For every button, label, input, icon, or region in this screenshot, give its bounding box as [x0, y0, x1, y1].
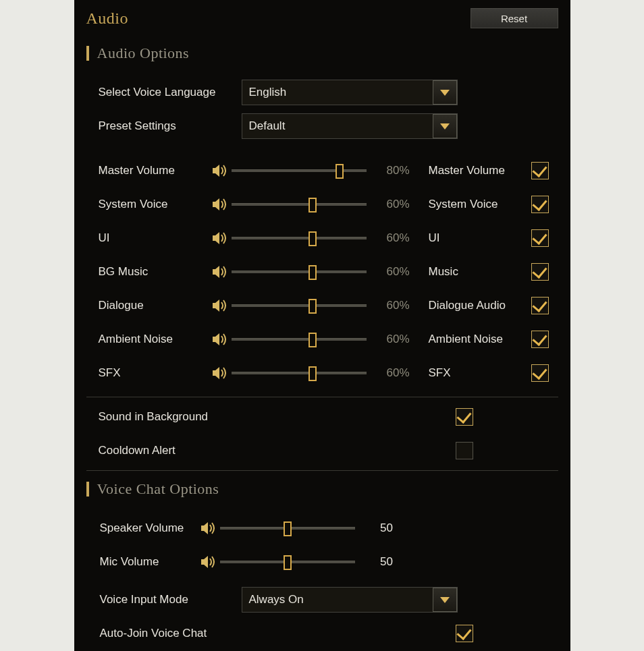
section-title-audio-options: Audio Options: [97, 45, 190, 62]
panel-title: Audio: [86, 9, 129, 28]
dropdown-preset-settings[interactable]: Default: [242, 113, 458, 139]
slider-volume[interactable]: [232, 198, 367, 211]
divider: [86, 397, 558, 397]
row-volume-2: UI60%UI: [86, 221, 558, 255]
row-volume-1: System Voice60%System Voice: [86, 188, 558, 221]
label-volume-enable: Dialogue Audio: [422, 299, 530, 312]
slider-volume[interactable]: [232, 299, 367, 312]
checkbox-volume-enable[interactable]: [531, 263, 549, 281]
checkbox-volume-enable[interactable]: [531, 297, 549, 314]
label-volume: Master Volume: [86, 164, 211, 177]
dropdown-voice-language[interactable]: English: [242, 80, 458, 105]
slider-thumb[interactable]: [308, 231, 317, 246]
slider-volume[interactable]: [232, 366, 367, 380]
speaker-icon: [200, 555, 220, 569]
slider-volume[interactable]: [232, 164, 367, 177]
checkbox-volume-enable[interactable]: [531, 229, 549, 247]
row-speaker-volume: Speaker Volume 50: [86, 511, 558, 545]
label-volume-enable: SFX: [422, 366, 530, 380]
slider-thumb[interactable]: [308, 299, 317, 314]
divider: [86, 470, 558, 471]
slider-thumb[interactable]: [284, 555, 292, 570]
dropdown-voice-input-mode[interactable]: Always On: [242, 587, 458, 613]
label-cooldown: Cooldown Alert: [86, 444, 390, 457]
row-volume-3: BG Music60%Music: [86, 255, 558, 289]
slider-thumb[interactable]: [284, 521, 292, 536]
label-volume: SFX: [86, 366, 211, 380]
label-volume-enable: UI: [422, 231, 530, 245]
dropdown-arrow-box: [433, 80, 457, 105]
slider-volume[interactable]: [232, 333, 367, 346]
label-volume: Ambient Noise: [86, 333, 211, 346]
checkbox-cooldown[interactable]: [456, 442, 473, 459]
slider-thumb[interactable]: [308, 265, 317, 280]
row-voice-language: Select Voice Language English: [86, 76, 558, 109]
speaker-icon: [211, 164, 232, 177]
reset-button[interactable]: Reset: [471, 8, 558, 28]
row-volume-6: SFX60%SFX: [86, 356, 558, 390]
speaker-icon: [211, 299, 232, 312]
value-volume-pct: 60%: [375, 265, 422, 279]
label-speaker-volume: Speaker Volume: [86, 521, 200, 535]
dropdown-arrow-box: [433, 588, 457, 612]
value-mic-volume: 50: [363, 555, 410, 569]
slider-thumb[interactable]: [308, 333, 317, 347]
slider-volume[interactable]: [232, 265, 367, 279]
slider-speaker-volume[interactable]: [220, 521, 355, 535]
slider-volume[interactable]: [232, 231, 367, 245]
label-volume: UI: [86, 231, 211, 245]
label-auto-join: Auto-Join Voice Chat: [86, 627, 390, 640]
speaker-icon: [211, 366, 232, 380]
label-volume-enable: Master Volume: [422, 164, 530, 177]
checkbox-volume-enable[interactable]: [531, 331, 549, 348]
value-volume-pct: 60%: [375, 366, 422, 380]
slider-thumb[interactable]: [308, 366, 317, 381]
row-volume-5: Ambient Noise60%Ambient Noise: [86, 322, 558, 356]
chevron-down-icon: [440, 90, 450, 96]
value-volume-pct: 60%: [375, 198, 422, 211]
row-volume-0: Master Volume80%Master Volume: [86, 154, 558, 188]
row-volume-4: Dialogue60%Dialogue Audio: [86, 289, 558, 322]
section-voice-chat-header: Voice Chat Options: [86, 480, 558, 498]
speaker-icon: [211, 265, 232, 279]
label-voice-language: Select Voice Language: [86, 86, 242, 99]
label-volume: Dialogue: [86, 299, 211, 312]
speaker-icon: [211, 333, 232, 346]
slider-thumb[interactable]: [308, 198, 317, 213]
section-title-voice-chat: Voice Chat Options: [97, 480, 219, 498]
label-volume-enable: System Voice: [422, 198, 530, 211]
dropdown-voice-language-value: English: [242, 86, 433, 99]
value-volume-pct: 60%: [375, 333, 422, 346]
slider-thumb[interactable]: [336, 164, 344, 179]
checkbox-auto-join[interactable]: [456, 625, 473, 642]
checkbox-volume-enable[interactable]: [531, 196, 549, 213]
label-volume: BG Music: [86, 265, 211, 279]
checkbox-volume-enable[interactable]: [531, 162, 549, 179]
panel-header: Audio Reset: [86, 8, 558, 38]
checkbox-sound-in-bg[interactable]: [456, 408, 473, 426]
checkbox-volume-enable[interactable]: [531, 364, 549, 382]
row-auto-join: Auto-Join Voice Chat: [86, 617, 558, 650]
label-volume: System Voice: [86, 198, 211, 211]
label-volume-enable: Ambient Noise: [422, 333, 530, 346]
row-cooldown-alert: Cooldown Alert: [86, 434, 558, 468]
value-volume-pct: 60%: [375, 299, 422, 312]
dropdown-voice-input-value: Always On: [242, 593, 433, 606]
label-sound-in-bg: Sound in Background: [86, 410, 390, 424]
row-sound-in-background: Sound in Background: [86, 400, 558, 434]
speaker-icon: [211, 231, 232, 245]
row-voice-input-mode: Voice Input Mode Always On: [86, 583, 558, 617]
chevron-down-icon: [440, 597, 450, 603]
section-audio-options-header: Audio Options: [86, 45, 558, 62]
audio-settings-panel: Audio Reset Audio Options Select Voice L…: [74, 0, 570, 651]
section-accent-bar: [86, 46, 89, 61]
label-mic-volume: Mic Volume: [86, 555, 200, 569]
label-preset-settings: Preset Settings: [86, 119, 242, 133]
dropdown-arrow-box: [433, 114, 457, 138]
speaker-icon: [200, 521, 220, 535]
dropdown-preset-value: Default: [242, 119, 433, 133]
section-accent-bar: [86, 482, 89, 497]
volume-sliders-group: Master Volume80%Master VolumeSystem Voic…: [86, 154, 558, 390]
slider-mic-volume[interactable]: [220, 555, 355, 569]
label-voice-input-mode: Voice Input Mode: [86, 593, 242, 606]
